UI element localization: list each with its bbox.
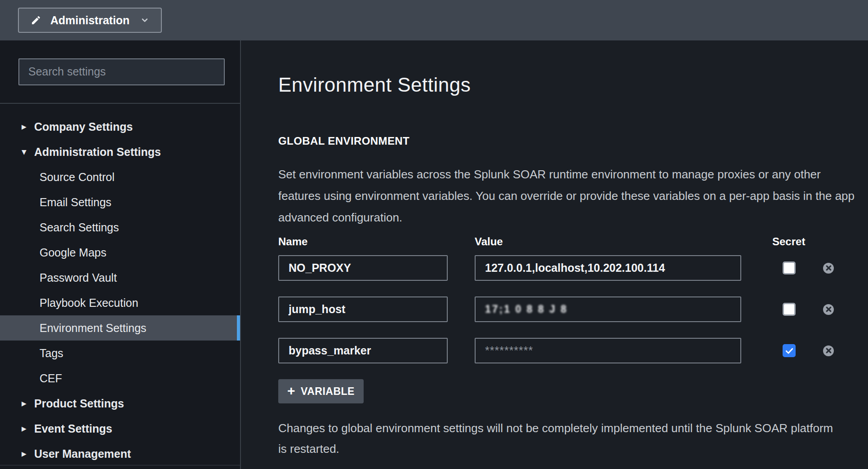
remove-variable-icon[interactable] <box>823 304 834 315</box>
column-header-name: Name <box>278 235 448 248</box>
sidebar-item-environment-settings[interactable]: Environment Settings <box>0 315 240 341</box>
variable-name-value: bypass_marker <box>289 344 371 357</box>
caret-right-icon: ▶ <box>22 450 34 457</box>
page-title: Environment Settings <box>278 74 868 96</box>
caret-right-icon: ▶ <box>22 400 34 407</box>
sidebar-item-playbook-execution[interactable]: Playbook Execution <box>0 290 240 315</box>
settings-nav: ▶ Company Settings ▼ Administration Sett… <box>0 104 240 466</box>
sidebar-item-label: Google Maps <box>40 246 107 259</box>
sidebar-item-label: Company Settings <box>34 120 133 133</box>
caret-down-icon: ▼ <box>22 148 34 155</box>
variable-value-value: 127.0.0.1,localhost,10.202.100.114 <box>485 261 665 274</box>
settings-sidebar: ▶ Company Settings ▼ Administration Sett… <box>0 40 241 469</box>
sidebar-search-section <box>0 40 240 104</box>
sidebar-item-tags[interactable]: Tags <box>0 341 240 366</box>
column-header-value: Value <box>475 235 741 248</box>
variable-name-field[interactable]: jump_host <box>278 296 448 322</box>
variable-value-value: ********** <box>485 344 533 357</box>
table-row: jump_host 17;1 0 8 8 J 8 <box>278 296 868 322</box>
sidebar-item-label: Environment Settings <box>40 322 147 335</box>
sidebar-item-user-management[interactable]: ▶ User Management <box>0 441 240 466</box>
caret-right-icon: ▶ <box>22 425 34 432</box>
variable-name-field[interactable]: NO_PROXY <box>278 255 448 281</box>
plus-icon: + <box>287 384 295 398</box>
variable-value-field[interactable]: 17;1 0 8 8 J 8 <box>475 296 741 322</box>
remove-variable-icon[interactable] <box>823 263 834 274</box>
sidebar-item-label: CEF <box>40 372 62 385</box>
remove-variable-icon[interactable] <box>823 345 834 356</box>
sidebar-item-label: Event Settings <box>34 422 112 435</box>
environment-variables-table: Name Value Secret NO_PROXY 127.0.0.1,loc… <box>278 235 868 363</box>
sidebar-bottom-divider <box>0 465 240 465</box>
sidebar-item-label: Source Control <box>40 171 115 184</box>
chevron-down-icon <box>140 16 149 25</box>
administration-menu-button[interactable]: Administration <box>18 8 162 33</box>
sidebar-item-label: Playbook Execution <box>40 296 138 310</box>
column-header-secret: Secret <box>772 235 805 248</box>
sidebar-item-event-settings[interactable]: ▶ Event Settings <box>0 416 240 441</box>
sidebar-item-label: Product Settings <box>34 397 124 410</box>
sidebar-item-password-vault[interactable]: Password Vault <box>0 265 240 290</box>
variable-name-value: NO_PROXY <box>289 261 351 274</box>
pencil-icon <box>31 15 41 26</box>
sidebar-item-product-settings[interactable]: ▶ Product Settings <box>0 391 240 416</box>
variable-name-value: jump_host <box>289 303 345 316</box>
secret-checkbox[interactable] <box>783 303 796 316</box>
restart-warning-text: Changes to global environment settings w… <box>278 418 840 459</box>
global-environment-heading: GLOBAL ENVIRONMENT <box>278 135 868 147</box>
sidebar-item-label: User Management <box>34 447 131 460</box>
main-content: Environment Settings GLOBAL ENVIRONMENT … <box>241 40 868 469</box>
add-variable-label: VARIABLE <box>301 385 355 398</box>
sidebar-item-email-settings[interactable]: Email Settings <box>0 190 240 215</box>
variable-value-value: 17;1 0 8 8 J 8 <box>485 303 568 315</box>
sidebar-item-company-settings[interactable]: ▶ Company Settings <box>0 114 240 139</box>
sidebar-item-label: Email Settings <box>40 196 111 209</box>
sidebar-item-cef[interactable]: CEF <box>0 366 240 391</box>
sidebar-item-google-maps[interactable]: Google Maps <box>0 240 240 265</box>
variable-value-field[interactable]: 127.0.0.1,localhost,10.202.100.114 <box>475 255 741 281</box>
sidebar-item-label: Tags <box>40 347 63 360</box>
secret-checkbox[interactable] <box>783 261 796 274</box>
caret-right-icon: ▶ <box>22 123 34 130</box>
table-header-row: Name Value Secret <box>278 235 868 248</box>
top-bar: Administration <box>0 0 868 40</box>
global-environment-description: Set environment variables across the Spl… <box>278 164 863 228</box>
sidebar-item-label: Administration Settings <box>34 146 161 159</box>
table-row: bypass_marker ********** <box>278 338 868 363</box>
sidebar-item-administration-settings[interactable]: ▼ Administration Settings <box>0 139 240 164</box>
add-variable-button[interactable]: + VARIABLE <box>278 379 364 403</box>
variable-name-field[interactable]: bypass_marker <box>278 338 448 363</box>
sidebar-item-search-settings[interactable]: Search Settings <box>0 215 240 240</box>
sidebar-item-label: Search Settings <box>40 221 119 234</box>
administration-menu-label: Administration <box>50 14 129 27</box>
sidebar-item-source-control[interactable]: Source Control <box>0 164 240 190</box>
sidebar-item-label: Password Vault <box>40 271 117 284</box>
variable-value-field[interactable]: ********** <box>475 338 741 363</box>
table-row: NO_PROXY 127.0.0.1,localhost,10.202.100.… <box>278 255 868 281</box>
search-settings-input[interactable] <box>18 58 225 85</box>
secret-checkbox[interactable] <box>783 344 796 357</box>
